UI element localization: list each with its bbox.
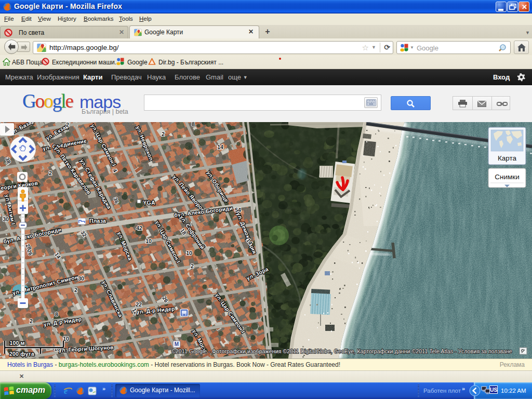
svg-text:100 м: 100 м xyxy=(9,340,24,346)
svg-text:200 фута: 200 фута xyxy=(9,351,34,357)
svg-text:30: 30 xyxy=(3,216,9,222)
svg-text:8: 8 xyxy=(55,311,58,317)
svg-text:10: 10 xyxy=(186,250,192,256)
svg-text:10: 10 xyxy=(145,238,152,244)
svg-text:2: 2 xyxy=(30,318,33,324)
svg-text:YGA: YGA xyxy=(143,200,155,206)
svg-text:2: 2 xyxy=(191,263,194,269)
svg-text:Снимки: Снимки xyxy=(495,173,519,181)
svg-text:2: 2 xyxy=(162,131,165,137)
svg-text:14: 14 xyxy=(217,144,223,150)
svg-text:2: 2 xyxy=(66,122,69,128)
svg-text:M: M xyxy=(175,341,179,347)
svg-text:©2011 Google - Фотографски изо: ©2011 Google - Фотографски изображения ©… xyxy=(171,348,512,354)
svg-text:e: e xyxy=(64,387,68,395)
svg-text:8: 8 xyxy=(192,122,195,127)
svg-text:42: 42 xyxy=(136,225,142,231)
svg-text:Карта: Карта xyxy=(498,154,517,162)
svg-text:Плаза: Плаза xyxy=(89,218,106,224)
svg-text:54: 54 xyxy=(235,207,241,213)
svg-text:2: 2 xyxy=(74,287,77,293)
svg-text:30: 30 xyxy=(78,275,84,282)
svg-text:2: 2 xyxy=(49,170,52,176)
